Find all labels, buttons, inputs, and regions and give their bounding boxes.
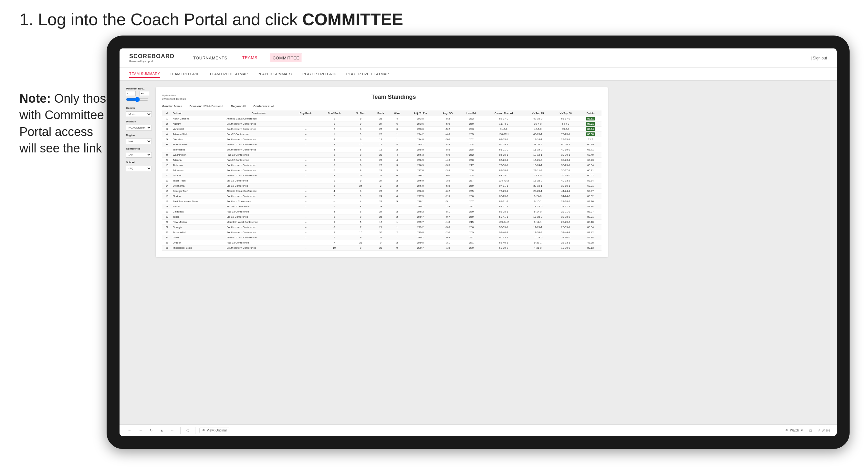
table-cell: 17-9-0 xyxy=(524,173,552,178)
table-cell: – xyxy=(292,163,319,168)
view-original-btn[interactable]: 👁 View: Original xyxy=(199,428,230,433)
sub-nav-team-summary[interactable]: TEAM SUMMARY xyxy=(129,70,160,78)
logo-sub: Powered by clippd xyxy=(129,60,175,63)
table-row: 23Texas A&MSoutheastern Conference–91030… xyxy=(162,230,601,235)
toolbar-clock[interactable]: ◌ xyxy=(184,428,191,433)
table-cell: 27 xyxy=(372,178,389,183)
table-row: 19CaliforniaPac-12 Conference–48242278.2… xyxy=(162,209,601,214)
table-cell: Georgia Tech xyxy=(172,189,226,194)
table-cell: 23 xyxy=(372,204,389,209)
update-time-label: Update time: xyxy=(162,94,177,97)
filter-gender-select[interactable]: Men's Women's xyxy=(126,112,152,117)
table-cell: 276.3 xyxy=(405,152,436,158)
table-cell: – xyxy=(292,178,319,183)
sub-nav-player-h2h-grid[interactable]: PLAYER H2H GRID xyxy=(302,70,337,77)
table-cell: 11 xyxy=(162,168,172,173)
toolbar-forward[interactable]: → xyxy=(137,428,144,433)
toolbar-share-small[interactable]: ▲ xyxy=(158,428,165,433)
table-cell: 269 xyxy=(460,214,484,220)
table-cell: 59.47 xyxy=(580,189,601,194)
table-cell: 60.21 xyxy=(580,183,601,189)
scoreboard-logo: SCOREBOARD Powered by clippd xyxy=(129,53,175,63)
table-cell: Ole Miss xyxy=(172,137,226,142)
table-cell: 88.27 xyxy=(580,209,601,214)
sub-nav-player-h2h-heatmap[interactable]: PLAYER H2H HEATMAP xyxy=(346,70,389,77)
sub-nav-team-h2h-grid[interactable]: TEAM H2H GRID xyxy=(170,70,200,77)
sub-nav-team-h2h-heatmap[interactable]: TEAM H2H HEATMAP xyxy=(209,70,248,77)
table-cell: 5 xyxy=(389,199,405,204)
table-cell: Atlantic Coast Conference xyxy=(225,116,292,121)
toolbar-reload[interactable]: ↻ xyxy=(148,428,154,433)
sign-out[interactable]: | Sign out xyxy=(811,56,827,60)
table-cell: Vanderbilt xyxy=(172,127,226,132)
table-cell: 275.7 xyxy=(405,142,436,147)
table-cell: 3 xyxy=(162,127,172,132)
table-cell: 1 xyxy=(389,220,405,225)
table-cell: -4.4 xyxy=(436,142,459,147)
table-cell: 6 xyxy=(389,121,405,127)
table-cell: 16-21-0 xyxy=(524,158,552,163)
table-cell: 20 xyxy=(162,214,172,220)
col-adj: Adj. To Par xyxy=(405,111,436,116)
toolbar-more[interactable]: ⋯ xyxy=(169,428,176,433)
table-cell: 18 xyxy=(372,137,389,142)
table-cell: – xyxy=(292,152,319,158)
nav-teams[interactable]: TEAMS xyxy=(240,54,260,62)
col-no-tour: No Tour xyxy=(349,111,372,116)
score-badge: 87.21 xyxy=(586,122,595,126)
filter-school-select[interactable]: (All) xyxy=(126,166,152,171)
table-cell: 89.13 xyxy=(580,245,601,251)
nav-bar: SCOREBOARD Powered by clippd TOURNAMENTS… xyxy=(120,49,837,68)
table-cell: -2.9 xyxy=(436,194,459,199)
table-cell: 33-44-3 xyxy=(552,230,580,235)
filter-max-input[interactable] xyxy=(140,91,149,96)
table-cell: 104-43-2 xyxy=(483,178,524,183)
table-cell: 5 xyxy=(319,235,349,240)
table-cell: 276.9 xyxy=(405,183,436,189)
table-cell: 82-18-3 xyxy=(483,168,524,173)
table-cell: 11-38-2 xyxy=(524,230,552,235)
table-cell: 23-33-1 xyxy=(552,240,580,245)
table-cell: 72-30-1 xyxy=(483,163,524,168)
table-cell: Pac-12 Conference xyxy=(225,152,292,158)
col-points: Points xyxy=(580,111,601,116)
table-cell: Southeastern Conference xyxy=(225,147,292,152)
table-cell: – xyxy=(292,225,319,230)
nav-tournaments[interactable]: TOURNAMENTS xyxy=(191,54,230,62)
filter-division-select[interactable]: NCAA Division I NCAA Division II NCAA Di… xyxy=(126,125,152,130)
table-cell: East Tennessee State xyxy=(172,199,226,204)
table-cell: -4.0 xyxy=(436,132,459,137)
filter-conference-select[interactable]: (All) xyxy=(126,152,152,158)
table-cell: 88.18 xyxy=(580,220,601,225)
watch-btn[interactable]: 👁 Watch ▼ xyxy=(785,429,803,432)
nav-committee[interactable]: COMMITTEE xyxy=(270,54,302,62)
table-cell: 269 xyxy=(460,183,484,189)
filter-min-input[interactable] xyxy=(126,91,136,96)
share-btn[interactable]: ↗ Share xyxy=(817,429,830,432)
table-cell: 29-21-0 xyxy=(552,209,580,214)
table-cell: 1 xyxy=(319,132,349,137)
main-content: Minimum Rou... – Gender Men's Women's xyxy=(120,81,837,424)
filter-slider[interactable] xyxy=(126,97,149,102)
update-time: Update time: 27/03/2024 16:56:26 xyxy=(162,94,186,101)
table-cell: Georgia xyxy=(172,225,226,230)
table-cell: 279.8 xyxy=(405,230,436,235)
table-row: 3VanderbiltSoutheastern Conference–28276… xyxy=(162,127,601,132)
table-cell: 43-23-1 xyxy=(524,132,552,137)
table-cell: 10-23-0 xyxy=(524,235,552,240)
toolbar-resize[interactable]: ◻ xyxy=(807,428,814,433)
table-cell: 79-25-1 xyxy=(552,132,580,137)
table-cell: 68.71 xyxy=(580,147,601,152)
toolbar-back[interactable]: ← xyxy=(126,428,133,433)
table-cell: 25 xyxy=(162,240,172,245)
table-cell: 60-26-2 xyxy=(552,142,580,147)
table-cell: 5 xyxy=(319,163,349,168)
table-cell: Pac-12 Conference xyxy=(225,209,292,214)
table-cell: 8 xyxy=(349,209,372,214)
filter-region-select[interactable]: N/A All xyxy=(126,138,152,144)
table-cell: – xyxy=(292,199,319,204)
sub-nav-player-summary[interactable]: PLAYER SUMMARY xyxy=(257,70,293,77)
table-cell: 2 xyxy=(389,209,405,214)
table-cell: 4 xyxy=(389,152,405,158)
table-cell: Big 12 Conference xyxy=(225,178,292,183)
